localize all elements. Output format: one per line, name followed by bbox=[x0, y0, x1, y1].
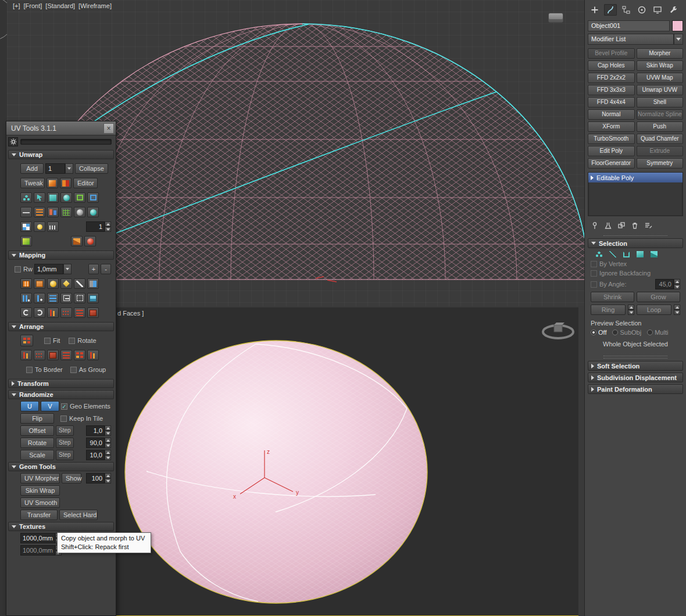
sphere-map-icon[interactable] bbox=[47, 278, 59, 289]
spinner-up-icon[interactable] bbox=[105, 438, 111, 443]
rollout-grip[interactable] bbox=[603, 358, 667, 359]
rotate-checkbox[interactable]: Rotate bbox=[69, 337, 96, 344]
radio-icon[interactable] bbox=[612, 330, 618, 335]
preview-multi-radio[interactable]: Multi bbox=[647, 329, 668, 336]
green-frame-icon[interactable] bbox=[74, 192, 85, 203]
size-minus-button[interactable]: - bbox=[101, 264, 111, 274]
ignore-backfacing-checkbox[interactable]: Ignore Backfacing bbox=[591, 270, 651, 277]
texture-size2-spinner[interactable]: 1000,0mm bbox=[20, 545, 62, 556]
red-lines-icon[interactable] bbox=[74, 307, 85, 318]
collapse-button[interactable]: Collapse bbox=[75, 163, 108, 174]
blue-frame-icon[interactable] bbox=[87, 192, 99, 203]
utilities-tab-icon[interactable] bbox=[667, 4, 680, 16]
editor-button[interactable]: Editor bbox=[73, 178, 98, 188]
checkbox-box[interactable] bbox=[44, 338, 51, 344]
select-hard-button[interactable]: Select Hard bbox=[59, 510, 98, 520]
keep-in-tile-checkbox[interactable]: Keep In Tile bbox=[60, 415, 103, 422]
offset-step-spinner[interactable]: 1,0 bbox=[86, 425, 111, 436]
rw-checkbox[interactable]: Rw bbox=[15, 266, 33, 273]
scale-random-button[interactable]: Scale bbox=[20, 450, 54, 460]
checker-preview-icon[interactable] bbox=[20, 221, 32, 232]
modifier-button[interactable]: Symmetry bbox=[637, 158, 684, 169]
red-bars-icon[interactable] bbox=[47, 307, 59, 318]
two-tone-map-icon[interactable] bbox=[87, 278, 99, 289]
viewport-menu-shading[interactable]: [Wireframe] bbox=[78, 2, 112, 9]
pack-uv-icon[interactable] bbox=[20, 335, 33, 346]
material-id-icon[interactable] bbox=[47, 221, 59, 232]
chevron-down-icon[interactable] bbox=[674, 34, 683, 45]
modify-tab-icon[interactable] bbox=[604, 4, 617, 16]
dash-icon[interactable] bbox=[20, 207, 32, 217]
spinner-up-icon[interactable] bbox=[105, 473, 111, 478]
add-button[interactable]: Add bbox=[20, 163, 44, 174]
radio-icon[interactable] bbox=[591, 330, 596, 335]
spinner-up-icon[interactable] bbox=[105, 450, 111, 455]
checkbox-box[interactable] bbox=[60, 416, 67, 422]
object-color-swatch[interactable] bbox=[672, 20, 683, 31]
gray-sphere-icon[interactable] bbox=[74, 207, 85, 217]
chevron-down-icon[interactable] bbox=[65, 163, 73, 174]
to-border-checkbox[interactable]: To Border bbox=[26, 366, 63, 373]
size-plus-button[interactable]: + bbox=[88, 264, 99, 274]
show-button[interactable]: Show bbox=[62, 473, 81, 484]
modifier-button[interactable]: TurboSmooth bbox=[588, 134, 635, 144]
expand-arrow-icon[interactable] bbox=[591, 176, 594, 180]
align-right-icon[interactable] bbox=[87, 350, 99, 360]
as-group-checkbox[interactable]: As Group bbox=[70, 366, 106, 373]
stack-item-editable-poly[interactable]: Editable Poly bbox=[588, 173, 683, 182]
pack-spinner[interactable]: 1 bbox=[86, 221, 111, 232]
align-lines-icon[interactable] bbox=[47, 293, 59, 303]
grid-snap-icon[interactable] bbox=[60, 207, 72, 217]
show-spinner[interactable]: 100 bbox=[86, 473, 111, 484]
checkbox-check-icon[interactable]: ✓ bbox=[61, 403, 67, 410]
scale-step-spinner[interactable]: 10,0 bbox=[86, 450, 111, 460]
polygon-subobject-icon[interactable] bbox=[637, 251, 644, 257]
rollout-header-subdivision-displacement[interactable]: Subdivision Displacement bbox=[588, 373, 683, 382]
spinner-down-icon[interactable] bbox=[105, 478, 111, 484]
transfer-button[interactable]: Transfer bbox=[20, 510, 58, 520]
loop-button[interactable]: Loop bbox=[637, 305, 671, 315]
modifier-button[interactable]: Morpher bbox=[637, 48, 684, 59]
checker-map-icon[interactable] bbox=[47, 178, 58, 188]
checkbox-box[interactable] bbox=[591, 261, 597, 267]
close-icon[interactable]: × bbox=[103, 123, 114, 134]
dashed-box-icon[interactable] bbox=[74, 293, 85, 303]
uv-morpher-button[interactable]: UV Morpher bbox=[20, 473, 60, 484]
border-subobject-icon[interactable] bbox=[623, 252, 630, 257]
spinner-down-icon[interactable] bbox=[105, 431, 111, 436]
spinner-down-icon[interactable] bbox=[674, 284, 680, 289]
section-header-randomize[interactable]: Randomize bbox=[8, 390, 114, 399]
rollout-scrollbar[interactable] bbox=[20, 139, 112, 145]
multi-checker-icon[interactable] bbox=[60, 178, 72, 188]
quad-map-icon[interactable] bbox=[60, 278, 72, 289]
radio-icon[interactable] bbox=[647, 330, 653, 335]
align-u-icon[interactable] bbox=[20, 293, 32, 303]
rollout-header-soft-selection[interactable]: Soft Selection bbox=[588, 361, 683, 371]
planar-map-icon[interactable] bbox=[20, 278, 32, 289]
viewport-menu-plus[interactable]: [+] bbox=[13, 2, 20, 9]
angle-spinner[interactable]: 45,0 bbox=[655, 279, 680, 289]
face-mode-icon[interactable] bbox=[47, 192, 59, 203]
grid-arrange-icon[interactable] bbox=[74, 350, 85, 360]
modifier-button[interactable]: FFD 2x2x2 bbox=[588, 73, 635, 83]
modifier-button[interactable]: UVW Map bbox=[637, 73, 684, 83]
hierarchy-tab-icon[interactable] bbox=[620, 4, 633, 16]
spinner-down-icon[interactable] bbox=[105, 443, 111, 448]
red-sphere-icon[interactable] bbox=[84, 236, 96, 246]
create-tab-icon[interactable] bbox=[588, 4, 601, 16]
texture-size-spinner[interactable]: 1000,0mm bbox=[20, 533, 62, 543]
section-header-textures[interactable]: Textures bbox=[8, 522, 114, 531]
vertex-mode-icon[interactable] bbox=[20, 192, 32, 203]
orange-cube-icon[interactable] bbox=[71, 236, 83, 246]
modifier-button[interactable]: Cap Holes bbox=[588, 60, 635, 71]
randomize-v-button[interactable]: V bbox=[41, 401, 59, 411]
element-mode-icon[interactable] bbox=[60, 192, 72, 203]
flip-button[interactable]: Flip bbox=[20, 413, 54, 424]
section-header-arrange[interactable]: Arrange bbox=[8, 322, 114, 331]
modifier-button[interactable]: FloorGenerator bbox=[588, 158, 635, 169]
window-pair-icon[interactable] bbox=[47, 207, 59, 217]
stack-lines-icon[interactable] bbox=[60, 350, 72, 360]
modifier-button[interactable]: FFD 4x4x4 bbox=[588, 97, 635, 108]
modifier-button[interactable]: XForm bbox=[588, 121, 635, 132]
eyedropper-icon[interactable] bbox=[74, 278, 85, 289]
